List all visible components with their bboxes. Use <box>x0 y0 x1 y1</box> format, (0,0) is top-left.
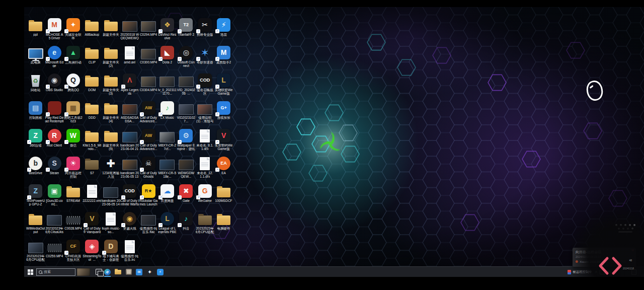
desktop-icon-r8-c4[interactable]: WilMediaOutput <box>26 211 45 239</box>
desktop-icon-r2-c11[interactable]: M↗桌面助手2 <box>214 45 233 72</box>
desktop-icon-r1-c10[interactable]: ✂↗剪映专业版 <box>196 17 214 45</box>
desktop-icon-r6-c3[interactable]: ☀↗向日葵远程控制 <box>64 156 83 183</box>
desktop-icon-r7-c3[interactable]: ▣[Guru3D.com]... <box>45 183 63 211</box>
desktop-icon-r6-c9[interactable]: WDWGDWQEW... <box>177 156 195 183</box>
desktop-icon-r2-c6[interactable]: amd.axl <box>120 45 139 72</box>
desktop-icon-r1-c6[interactable]: 20230318 WQEQWEWQE... <box>120 17 139 45</box>
desktop-icon-r1-c9[interactable]: T2↗Titanfall® 2 <box>177 17 195 45</box>
desktop-icon-r5-c10[interactable]: 未命名_8.1.1.drx <box>196 128 214 156</box>
tray-chevron-icon[interactable]: ∧ <box>595 270 597 274</box>
desktop-icon-r9-c2[interactable]: ♪↗抖音 <box>177 211 195 239</box>
desktop-icon-r6-c2[interactable]: S↗Steam <box>45 156 63 183</box>
desktop-icon-r5-c2[interactable]: R↗Riot Client <box>45 128 63 156</box>
desktop-icon-r4-c10[interactable]: 使用说明(1)：海报与游戏设置说明 <box>196 100 214 128</box>
desktop-icon-r4-c7[interactable]: AW↗Call of Duty Advanced... <box>139 100 157 128</box>
desktop-icon-r5-c7[interactable]: AW↗Call of Duty Advanced... <box>139 128 157 156</box>
desktop-icon-r6-c5[interactable]: ✚1234笔画输入法 <box>102 156 120 183</box>
desktop-icon-r9-c5[interactable]: 20232023年6月CPU搭配推荐.jpg <box>26 239 45 266</box>
show-desktop-button[interactable] <box>640 269 641 275</box>
desktop-icon-r2-c2[interactable]: e↗Microsoft Edge <box>45 45 63 72</box>
desktop-icon-r9-c10[interactable]: 使用感悟·纯音乐.lrc <box>120 239 139 266</box>
desktop-icon-r8-c9[interactable]: ◉↗穿越火线 <box>120 211 139 239</box>
desktop-icon-r7-c2[interactable]: Z↗TechPowerUp GPU-Z <box>26 183 45 211</box>
desktop-icon-r3-c4[interactable]: DOM <box>83 72 101 100</box>
desktop-icon-r1-c5[interactable]: 新建文件夹 <box>102 17 120 45</box>
desktop-icon-r5-c1[interactable]: Z↗360压缩 <box>26 128 45 156</box>
desktop-icon-r7-c9[interactable]: ☁↗百度网盘 <box>158 183 177 211</box>
desktop-icon-r2-c3[interactable]: ▲↗三角洲行动 <box>64 45 83 72</box>
desktop-icon-r7-c5[interactable]: 2222222.xml <box>83 183 101 211</box>
taskbar-item-mail[interactable]: ✉ <box>134 267 144 277</box>
search-input[interactable]: 搜索 <box>36 268 75 276</box>
desktop-icon-r3-c10[interactable]: COD↗使命召唤战区 <box>196 72 214 100</box>
desktop-icon-r4-c6[interactable]: ASDSADSADSA... <box>120 100 139 128</box>
desktop-icon-r7-c7[interactable]: COD↗Call of Duty Infinite Warfare <box>120 183 139 211</box>
desktop-icon-r8-c6[interactable]: C0028.MP4 <box>64 211 83 239</box>
desktop-icon-r2-c10[interactable]: ✶↗奇妙加速器 <box>196 45 214 72</box>
desktop-icon-r6-c10[interactable]: 未命名_12.1.1.drx <box>196 156 214 183</box>
desktop-icon-r2-c4[interactable]: CLIP <box>83 45 101 72</box>
taskbar-item-file-explorer[interactable] <box>113 267 123 277</box>
desktop-icon-r2-c1[interactable]: 此电脑 <box>26 45 45 72</box>
desktop-icon-r4-c8[interactable]: ♪↗LX Music <box>158 100 177 128</box>
desktop-icon-r3-c1[interactable]: ♻回收站 <box>26 72 45 100</box>
desktop-icon-r3-c6[interactable]: Λ↗Apex Legends <box>120 72 139 100</box>
desktop-icon-r2-c8[interactable]: ◣↗Dota 2 <box>158 45 177 72</box>
taskbar-item-edge[interactable]: e <box>102 267 113 277</box>
desktop-icon-r4-c5[interactable]: 新建文件夹 (4) <box>102 100 120 128</box>
desktop-icon-r8-c2[interactable]: G↗WeGame <box>196 183 214 211</box>
desktop-icon-r6-c4[interactable]: S7 <box>83 156 101 183</box>
desktop-icon-r3-c8[interactable]: lv_0_2023111170... <box>158 72 177 100</box>
desktop-icon-r9-c6[interactable]: C0259.MP4 <box>45 239 63 266</box>
desktop-icon-r6-c8[interactable]: MBXY-CR-518e... <box>158 156 177 183</box>
desktop-icon-r3-c2[interactable]: ◉↗OBS Studio <box>45 72 63 100</box>
desktop-icon-r3-c3[interactable]: Q↗腾讯QQ <box>64 72 83 100</box>
desktop-icon-r5-c6[interactable]: bandicam 2023-06-04 21-... <box>120 128 139 156</box>
desktop-icon-r4-c3[interactable]: ▦↗图吧工具箱2023 <box>64 100 83 128</box>
taskbar-item-sparkle[interactable]: ✦ <box>144 267 155 277</box>
desktop-icon-r8-c10[interactable]: 使用感悟·纯音乐.flac <box>139 211 157 239</box>
desktop-icon-r8-c1[interactable]: ✖↗Gate <box>177 183 195 211</box>
desktop-icon-r9-c3[interactable]: 20232023年6月CPU搭配推荐 <box>196 211 214 239</box>
virtual-keyboard-icon[interactable] <box>611 220 640 237</box>
desktop-icon-r3-c11[interactable]: L↗英雄联盟WeGame版 <box>214 72 233 100</box>
desktop-icon-r4-c11[interactable]: G+↗游戏加加 <box>214 100 233 128</box>
desktop-icon-r5-c9[interactable]: ⚙↗Wallpaper Engine：壁纸引擎 <box>177 128 195 156</box>
desktop-icon-r7-c6[interactable]: bandicam 2023-06-05 14-... <box>102 183 120 211</box>
desktop-icon-r6-c1[interactable]: b↗BeeDrive <box>26 156 45 183</box>
desktop-icon-r4-c4[interactable]: DDD <box>83 100 101 128</box>
desktop-icon-r7-c4[interactable]: STREAM <box>64 183 83 211</box>
desktop-icon-r4-c2[interactable]: ↗Play Red Dead Redemption 2 <box>45 100 63 128</box>
desktop-icon-r9-c1[interactable]: L↗League of Legends PBE <box>158 211 177 239</box>
desktop-icon-r7-c8[interactable]: R★↗Rockstar Games Launcher <box>139 183 157 211</box>
desktop-icon-r5-c5[interactable]: 新建文件夹 (5) <box>102 128 120 156</box>
tray-remote-status[interactable]: 被远程控制中 <box>568 270 592 274</box>
desktop-icon-r5-c3[interactable]: W↗微信 <box>64 128 83 156</box>
desktop-icon-r5-c8[interactable]: MBXY-CR-27cf... <box>158 128 177 156</box>
desktop-icon-r1-c7[interactable]: C0294.MP4 <box>139 17 157 45</box>
desktop-icon-r5-c11[interactable]: V↗无畏契约WeGame版 <box>214 128 233 156</box>
desktop-icon-r7-c1[interactable]: EA↗EA <box>214 156 233 183</box>
desktop-icon-r8-c3[interactable]: 100MSDCF <box>214 183 233 211</box>
task-view-icon[interactable] <box>96 269 102 275</box>
desktop-icon-r9-c7[interactable]: CF↗CFHD高清竞技大区 <box>64 239 83 266</box>
desktop-icon-r3-c9[interactable]: VID_20240206_... <box>177 72 195 100</box>
taskbar-item-store[interactable] <box>123 267 134 277</box>
desktop-icon-r4-c1[interactable]: ▤控制面板 <box>26 100 45 128</box>
desktop-icon-r6-c6[interactable]: bandicam 2023-06-05 13-... <box>120 156 139 183</box>
desktop-icon-r1-c2[interactable]: M↗MCHOSE A5 Driver <box>45 17 63 45</box>
desktop-icon-r9-c9[interactable]: D↗地下城与勇士：创新世纪 <box>102 239 120 266</box>
desktop-icon-r1-c3[interactable]: ✦↗火绒安全软件 <box>64 17 83 45</box>
news-widget-thumbnail[interactable] <box>77 268 90 276</box>
desktop-icon-r1-c8[interactable]: ❖↗DaVinci Resolve <box>158 17 177 45</box>
desktop-icon-r2-c7[interactable]: C0300.MP4 <box>139 45 157 72</box>
desktop-icon-r6-c7[interactable]: ☠↗Call of Duty Ghosts <box>139 156 157 183</box>
toast-close-icon[interactable] <box>632 249 634 251</box>
desktop-icon-r9-c8[interactable]: ◈StreamingTool_... <box>83 239 101 266</box>
desktop-icon-r2-c9[interactable]: ◎↗Ubisoft Connect <box>177 45 195 72</box>
desktop-icon-r8-c5[interactable]: 20232023年6月CilsaUksaUsa... <box>45 211 63 239</box>
desktop-icon-r1-c4[interactable]: AllBackup <box>83 17 101 45</box>
desktop-icon-r1-c1[interactable]: ppl <box>26 17 45 45</box>
desktop-icon-r2-c5[interactable]: 新建文件夹 (2) <box>102 45 120 72</box>
desktop-icon-r8-c8[interactable]: liuyin music-so... <box>102 211 120 239</box>
